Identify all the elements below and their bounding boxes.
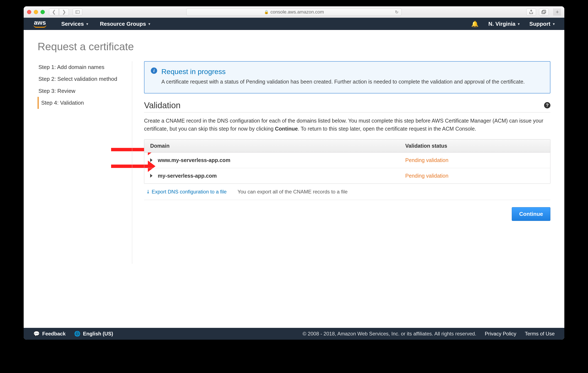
address-bar[interactable]: 🔒 console.aws.amazon.com ↻ <box>186 8 402 16</box>
help-icon[interactable]: ? <box>544 102 550 109</box>
minimize-window-button[interactable] <box>34 10 38 14</box>
tabs-button[interactable] <box>539 9 549 16</box>
step-4[interactable]: Step 4: Validation <box>38 97 128 109</box>
page-body: Request a certificate Step 1: Add domain… <box>24 30 564 328</box>
comment-icon: 💬 <box>33 331 40 337</box>
download-icon: ⤓ <box>146 189 150 194</box>
action-row: Continue <box>144 207 550 221</box>
notifications-icon[interactable]: 🔔 <box>471 20 479 27</box>
new-tab-button[interactable]: + <box>553 9 561 16</box>
status-cell: Pending validation <box>399 152 550 168</box>
aws-footer: 💬 Feedback 🌐 English (US) © 2008 - 2018,… <box>24 328 564 340</box>
chevron-down-icon: ▾ <box>553 22 555 26</box>
expand-icon[interactable] <box>150 158 152 162</box>
wizard-sidebar: Step 1: Add domain names Step 2: Select … <box>38 61 132 264</box>
nav-back-forward: ❮ ❯ <box>49 9 69 16</box>
browser-window: ❮ ❯ 🔒 console.aws.amazon.com ↻ + aws <box>24 6 564 340</box>
chevron-down-icon: ▾ <box>148 22 150 26</box>
step-1[interactable]: Step 1: Add domain names <box>38 61 128 73</box>
titlebar: ❮ ❯ 🔒 console.aws.amazon.com ↻ + <box>24 6 564 18</box>
globe-icon: 🌐 <box>74 331 81 337</box>
export-row: ⤓ Export DNS configuration to a file You… <box>144 184 550 200</box>
window-controls <box>27 10 45 14</box>
layout: Step 1: Add domain names Step 2: Select … <box>38 61 550 264</box>
forward-button[interactable]: ❯ <box>59 9 69 16</box>
aws-smile-icon <box>33 25 46 28</box>
continue-button[interactable]: Continue <box>512 207 550 221</box>
step-2[interactable]: Step 2: Select validation method <box>38 73 128 85</box>
domain-name: www.my-serverless-app.com <box>158 157 231 163</box>
language-label: English (US) <box>83 331 113 337</box>
export-link-label: Export DNS configuration to a file <box>152 189 227 195</box>
info-body: A certificate request with a status of P… <box>161 78 542 86</box>
terms-link[interactable]: Terms of Use <box>525 331 555 337</box>
nav-region[interactable]: N. Virginia ▾ <box>488 21 520 27</box>
sidebar-toggle-button[interactable] <box>73 9 82 16</box>
desc-post: . To return to this step later, open the… <box>298 126 476 132</box>
export-note: You can export all of the CNAME records … <box>238 189 348 195</box>
svg-rect-0 <box>76 10 79 13</box>
sidebar-icon <box>75 10 80 14</box>
aws-logo-text: aws <box>34 20 46 25</box>
domain-table: Domain Validation status www.my-serverle… <box>144 139 550 184</box>
url-text: console.aws.amazon.com <box>270 9 324 15</box>
domain-cell: my-serverless-app.com <box>144 168 399 183</box>
zoom-window-button[interactable] <box>41 10 45 14</box>
page-title: Request a certificate <box>38 40 550 53</box>
nav-right: 🔔 N. Virginia ▾ Support ▾ <box>471 20 555 27</box>
language-selector[interactable]: 🌐 English (US) <box>74 331 113 337</box>
col-status-header: Validation status <box>399 140 550 152</box>
copyright-text: © 2008 - 2018, Amazon Web Services, Inc.… <box>303 331 476 337</box>
feedback-label: Feedback <box>42 331 66 337</box>
back-button[interactable]: ❮ <box>49 9 59 16</box>
aws-navbar: aws Services ▾ Resource Groups ▾ 🔔 N. Vi… <box>24 18 564 30</box>
close-window-button[interactable] <box>27 10 31 14</box>
nav-support[interactable]: Support ▾ <box>529 21 555 27</box>
domain-name: my-serverless-app.com <box>158 173 217 179</box>
footer-right: © 2008 - 2018, Amazon Web Services, Inc.… <box>303 331 555 337</box>
nav-resource-groups[interactable]: Resource Groups ▾ <box>100 21 150 27</box>
aws-logo[interactable]: aws <box>33 20 46 28</box>
footer-left: 💬 Feedback 🌐 English (US) <box>33 331 113 337</box>
col-domain-header: Domain <box>144 140 399 152</box>
desc-bold: Continue <box>275 126 298 132</box>
expand-icon[interactable] <box>150 174 152 178</box>
domain-cell: www.my-serverless-app.com <box>144 152 399 168</box>
nav-services-label: Services <box>61 21 84 27</box>
section-header: Validation ? <box>144 101 550 112</box>
table-header: Domain Validation status <box>144 140 550 152</box>
info-box: i Request in progress A certificate requ… <box>144 61 550 93</box>
reload-icon[interactable]: ↻ <box>395 10 399 15</box>
feedback-link[interactable]: 💬 Feedback <box>33 331 66 337</box>
chevron-down-icon: ▾ <box>86 22 88 26</box>
toolbar-right: + <box>526 9 561 16</box>
table-row[interactable]: my-serverless-app.com Pending validation <box>144 168 550 183</box>
nav-resource-groups-label: Resource Groups <box>100 21 146 27</box>
main-content: i Request in progress A certificate requ… <box>144 61 550 264</box>
nav-support-label: Support <box>529 21 550 27</box>
share-button[interactable] <box>526 9 536 16</box>
nav-services[interactable]: Services ▾ <box>61 21 88 27</box>
step-3[interactable]: Step 3: Review <box>38 85 128 97</box>
lock-icon: 🔒 <box>264 10 269 14</box>
svg-rect-3 <box>543 10 546 13</box>
section-description: Create a CNAME record in the DNS configu… <box>144 117 550 133</box>
info-icon: i <box>151 68 157 74</box>
chevron-down-icon: ▾ <box>518 22 520 26</box>
nav-region-label: N. Virginia <box>488 21 515 27</box>
table-row[interactable]: www.my-serverless-app.com Pending valida… <box>144 152 550 168</box>
privacy-link[interactable]: Privacy Policy <box>485 331 516 337</box>
tabs-icon <box>542 10 546 14</box>
svg-rect-2 <box>542 11 545 14</box>
status-cell: Pending validation <box>399 168 550 183</box>
section-title: Validation <box>144 101 181 110</box>
export-dns-link[interactable]: ⤓ Export DNS configuration to a file <box>146 189 227 195</box>
info-title: Request in progress <box>161 68 542 76</box>
share-icon <box>529 10 533 14</box>
